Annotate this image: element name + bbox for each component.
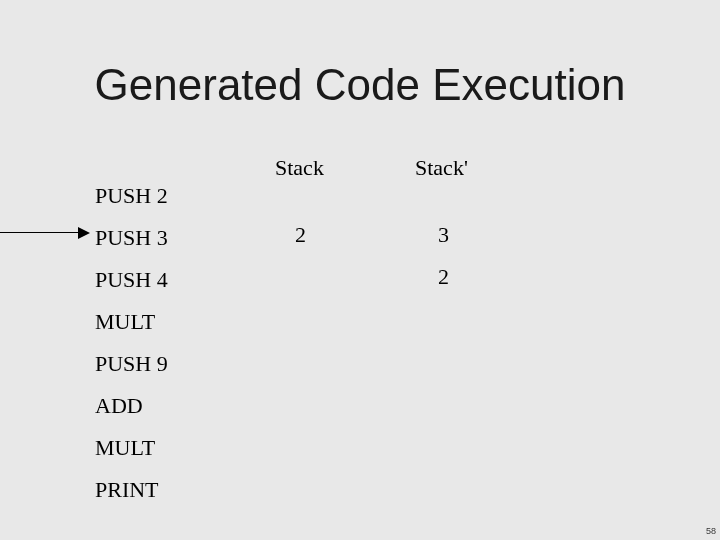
- instruction-item: PUSH 4: [95, 269, 168, 291]
- instruction-list: PUSH 2 PUSH 3 PUSH 4 MULT PUSH 9 ADD MUL…: [95, 185, 168, 521]
- stack-after-cell: 3: [438, 222, 449, 248]
- current-instruction-arrow: [0, 232, 90, 234]
- instruction-item: MULT: [95, 311, 168, 333]
- instruction-item: PUSH 9: [95, 353, 168, 375]
- instruction-item: PUSH 3: [95, 227, 168, 249]
- stack-after-header: Stack': [415, 155, 468, 181]
- stack-after-cell: 2: [438, 264, 449, 290]
- instruction-item: ADD: [95, 395, 168, 417]
- slide-title: Generated Code Execution: [0, 60, 720, 110]
- stack-before-header: Stack: [275, 155, 324, 181]
- slide: Generated Code Execution PUSH 2 PUSH 3 P…: [0, 0, 720, 540]
- instruction-item: PRINT: [95, 479, 168, 501]
- arrow-head-icon: [78, 227, 90, 239]
- stack-before-cell: 2: [295, 222, 306, 248]
- page-number: 58: [706, 526, 716, 536]
- instruction-item: MULT: [95, 437, 168, 459]
- instruction-item: PUSH 2: [95, 185, 168, 207]
- arrow-line: [0, 232, 80, 233]
